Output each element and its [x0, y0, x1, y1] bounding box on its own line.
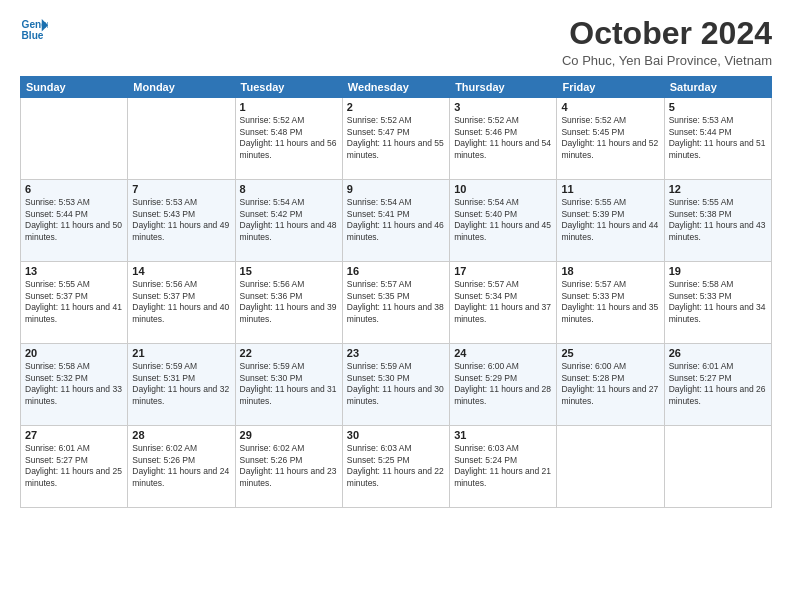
cell-day-number: 25 — [561, 347, 659, 359]
cell-sun-info: Sunrise: 6:01 AM Sunset: 5:27 PM Dayligh… — [25, 443, 123, 489]
calendar-cell-w2-d0: 13Sunrise: 5:55 AM Sunset: 5:37 PM Dayli… — [21, 262, 128, 344]
calendar-cell-w0-d1 — [128, 98, 235, 180]
cell-day-number: 26 — [669, 347, 767, 359]
calendar-cell-w2-d1: 14Sunrise: 5:56 AM Sunset: 5:37 PM Dayli… — [128, 262, 235, 344]
calendar-cell-w3-d0: 20Sunrise: 5:58 AM Sunset: 5:32 PM Dayli… — [21, 344, 128, 426]
week-row-4: 27Sunrise: 6:01 AM Sunset: 5:27 PM Dayli… — [21, 426, 772, 508]
cell-day-number: 24 — [454, 347, 552, 359]
cell-sun-info: Sunrise: 5:53 AM Sunset: 5:44 PM Dayligh… — [669, 115, 767, 161]
calendar-table: Sunday Monday Tuesday Wednesday Thursday… — [20, 76, 772, 508]
cell-day-number: 7 — [132, 183, 230, 195]
cell-sun-info: Sunrise: 5:56 AM Sunset: 5:37 PM Dayligh… — [132, 279, 230, 325]
cell-sun-info: Sunrise: 5:58 AM Sunset: 5:32 PM Dayligh… — [25, 361, 123, 407]
cell-day-number: 19 — [669, 265, 767, 277]
calendar-cell-w2-d5: 18Sunrise: 5:57 AM Sunset: 5:33 PM Dayli… — [557, 262, 664, 344]
cell-sun-info: Sunrise: 5:52 AM Sunset: 5:45 PM Dayligh… — [561, 115, 659, 161]
cell-sun-info: Sunrise: 5:59 AM Sunset: 5:31 PM Dayligh… — [132, 361, 230, 407]
header-wednesday: Wednesday — [342, 77, 449, 98]
calendar-cell-w4-d2: 29Sunrise: 6:02 AM Sunset: 5:26 PM Dayli… — [235, 426, 342, 508]
calendar-cell-w1-d3: 9Sunrise: 5:54 AM Sunset: 5:41 PM Daylig… — [342, 180, 449, 262]
calendar-cell-w2-d6: 19Sunrise: 5:58 AM Sunset: 5:33 PM Dayli… — [664, 262, 771, 344]
cell-day-number: 6 — [25, 183, 123, 195]
calendar-cell-w0-d0 — [21, 98, 128, 180]
cell-day-number: 16 — [347, 265, 445, 277]
calendar-cell-w1-d5: 11Sunrise: 5:55 AM Sunset: 5:39 PM Dayli… — [557, 180, 664, 262]
cell-sun-info: Sunrise: 5:55 AM Sunset: 5:38 PM Dayligh… — [669, 197, 767, 243]
calendar-cell-w0-d4: 3Sunrise: 5:52 AM Sunset: 5:46 PM Daylig… — [450, 98, 557, 180]
cell-sun-info: Sunrise: 5:57 AM Sunset: 5:33 PM Dayligh… — [561, 279, 659, 325]
calendar-cell-w0-d6: 5Sunrise: 5:53 AM Sunset: 5:44 PM Daylig… — [664, 98, 771, 180]
cell-day-number: 2 — [347, 101, 445, 113]
calendar-header-row: Sunday Monday Tuesday Wednesday Thursday… — [21, 77, 772, 98]
cell-day-number: 4 — [561, 101, 659, 113]
cell-day-number: 8 — [240, 183, 338, 195]
week-row-2: 13Sunrise: 5:55 AM Sunset: 5:37 PM Dayli… — [21, 262, 772, 344]
cell-sun-info: Sunrise: 6:02 AM Sunset: 5:26 PM Dayligh… — [132, 443, 230, 489]
calendar-cell-w3-d6: 26Sunrise: 6:01 AM Sunset: 5:27 PM Dayli… — [664, 344, 771, 426]
calendar-cell-w3-d2: 22Sunrise: 5:59 AM Sunset: 5:30 PM Dayli… — [235, 344, 342, 426]
cell-day-number: 3 — [454, 101, 552, 113]
cell-sun-info: Sunrise: 5:59 AM Sunset: 5:30 PM Dayligh… — [347, 361, 445, 407]
calendar-cell-w4-d6 — [664, 426, 771, 508]
logo: General Blue — [20, 16, 48, 44]
calendar-cell-w1-d4: 10Sunrise: 5:54 AM Sunset: 5:40 PM Dayli… — [450, 180, 557, 262]
cell-day-number: 17 — [454, 265, 552, 277]
cell-sun-info: Sunrise: 5:52 AM Sunset: 5:47 PM Dayligh… — [347, 115, 445, 161]
cell-sun-info: Sunrise: 5:52 AM Sunset: 5:48 PM Dayligh… — [240, 115, 338, 161]
cell-sun-info: Sunrise: 5:56 AM Sunset: 5:36 PM Dayligh… — [240, 279, 338, 325]
svg-text:Blue: Blue — [22, 30, 44, 41]
logo-icon: General Blue — [20, 16, 48, 44]
calendar-cell-w0-d3: 2Sunrise: 5:52 AM Sunset: 5:47 PM Daylig… — [342, 98, 449, 180]
page: General Blue October 2024 Co Phuc, Yen B… — [0, 0, 792, 612]
calendar-cell-w1-d6: 12Sunrise: 5:55 AM Sunset: 5:38 PM Dayli… — [664, 180, 771, 262]
header-saturday: Saturday — [664, 77, 771, 98]
week-row-1: 6Sunrise: 5:53 AM Sunset: 5:44 PM Daylig… — [21, 180, 772, 262]
cell-sun-info: Sunrise: 6:03 AM Sunset: 5:24 PM Dayligh… — [454, 443, 552, 489]
cell-day-number: 10 — [454, 183, 552, 195]
week-row-3: 20Sunrise: 5:58 AM Sunset: 5:32 PM Dayli… — [21, 344, 772, 426]
cell-sun-info: Sunrise: 5:58 AM Sunset: 5:33 PM Dayligh… — [669, 279, 767, 325]
calendar-cell-w4-d0: 27Sunrise: 6:01 AM Sunset: 5:27 PM Dayli… — [21, 426, 128, 508]
calendar-cell-w3-d3: 23Sunrise: 5:59 AM Sunset: 5:30 PM Dayli… — [342, 344, 449, 426]
cell-day-number: 1 — [240, 101, 338, 113]
header-tuesday: Tuesday — [235, 77, 342, 98]
cell-sun-info: Sunrise: 5:59 AM Sunset: 5:30 PM Dayligh… — [240, 361, 338, 407]
cell-sun-info: Sunrise: 5:55 AM Sunset: 5:37 PM Dayligh… — [25, 279, 123, 325]
calendar-cell-w3-d5: 25Sunrise: 6:00 AM Sunset: 5:28 PM Dayli… — [557, 344, 664, 426]
cell-sun-info: Sunrise: 6:00 AM Sunset: 5:29 PM Dayligh… — [454, 361, 552, 407]
cell-sun-info: Sunrise: 5:57 AM Sunset: 5:35 PM Dayligh… — [347, 279, 445, 325]
cell-day-number: 11 — [561, 183, 659, 195]
cell-day-number: 28 — [132, 429, 230, 441]
calendar-cell-w1-d1: 7Sunrise: 5:53 AM Sunset: 5:43 PM Daylig… — [128, 180, 235, 262]
calendar-cell-w0-d2: 1Sunrise: 5:52 AM Sunset: 5:48 PM Daylig… — [235, 98, 342, 180]
calendar-cell-w4-d5 — [557, 426, 664, 508]
cell-day-number: 5 — [669, 101, 767, 113]
calendar-cell-w0-d5: 4Sunrise: 5:52 AM Sunset: 5:45 PM Daylig… — [557, 98, 664, 180]
cell-sun-info: Sunrise: 6:00 AM Sunset: 5:28 PM Dayligh… — [561, 361, 659, 407]
header-friday: Friday — [557, 77, 664, 98]
calendar-cell-w1-d2: 8Sunrise: 5:54 AM Sunset: 5:42 PM Daylig… — [235, 180, 342, 262]
cell-sun-info: Sunrise: 5:54 AM Sunset: 5:42 PM Dayligh… — [240, 197, 338, 243]
header-monday: Monday — [128, 77, 235, 98]
calendar-cell-w3-d4: 24Sunrise: 6:00 AM Sunset: 5:29 PM Dayli… — [450, 344, 557, 426]
calendar-cell-w1-d0: 6Sunrise: 5:53 AM Sunset: 5:44 PM Daylig… — [21, 180, 128, 262]
title-block: October 2024 Co Phuc, Yen Bai Province, … — [562, 16, 772, 68]
cell-sun-info: Sunrise: 5:55 AM Sunset: 5:39 PM Dayligh… — [561, 197, 659, 243]
cell-sun-info: Sunrise: 5:53 AM Sunset: 5:43 PM Dayligh… — [132, 197, 230, 243]
cell-day-number: 29 — [240, 429, 338, 441]
cell-sun-info: Sunrise: 5:52 AM Sunset: 5:46 PM Dayligh… — [454, 115, 552, 161]
cell-sun-info: Sunrise: 6:01 AM Sunset: 5:27 PM Dayligh… — [669, 361, 767, 407]
cell-day-number: 12 — [669, 183, 767, 195]
header-row: General Blue October 2024 Co Phuc, Yen B… — [20, 16, 772, 68]
calendar-cell-w4-d1: 28Sunrise: 6:02 AM Sunset: 5:26 PM Dayli… — [128, 426, 235, 508]
week-row-0: 1Sunrise: 5:52 AM Sunset: 5:48 PM Daylig… — [21, 98, 772, 180]
cell-day-number: 15 — [240, 265, 338, 277]
cell-sun-info: Sunrise: 5:57 AM Sunset: 5:34 PM Dayligh… — [454, 279, 552, 325]
calendar-cell-w2-d2: 15Sunrise: 5:56 AM Sunset: 5:36 PM Dayli… — [235, 262, 342, 344]
cell-day-number: 13 — [25, 265, 123, 277]
cell-day-number: 23 — [347, 347, 445, 359]
cell-sun-info: Sunrise: 5:54 AM Sunset: 5:40 PM Dayligh… — [454, 197, 552, 243]
cell-sun-info: Sunrise: 5:54 AM Sunset: 5:41 PM Dayligh… — [347, 197, 445, 243]
calendar-cell-w4-d4: 31Sunrise: 6:03 AM Sunset: 5:24 PM Dayli… — [450, 426, 557, 508]
cell-day-number: 21 — [132, 347, 230, 359]
